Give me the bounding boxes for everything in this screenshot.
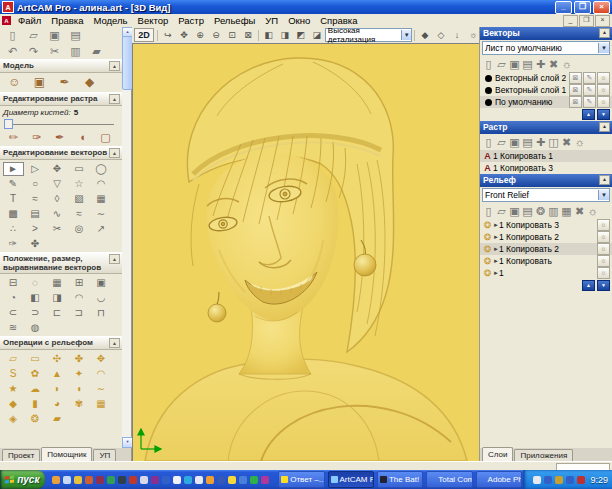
collapse-icon[interactable]: ▲ (599, 122, 610, 132)
file-tool-icon[interactable]: ▯ (3, 28, 22, 42)
vector-tool-icon[interactable]: ◠ (91, 177, 112, 191)
zoom-tool-icon[interactable]: ⊡ (225, 29, 239, 41)
visibility-bulb-icon[interactable]: ☼ (597, 84, 610, 96)
layer-color-swatch[interactable] (485, 99, 492, 106)
light-tool-icon[interactable]: ↓ (450, 29, 464, 41)
align-tool-icon[interactable]: ⊂ (3, 306, 24, 320)
relief-tool-icon[interactable]: ▭ (25, 352, 46, 366)
menu-reliefs[interactable]: Рельефы (209, 15, 260, 26)
raster-layer-tool-icon[interactable]: ▯ (482, 135, 495, 149)
vector-layer-tool-icon[interactable]: ✚ (534, 57, 547, 71)
collapse-icon[interactable]: ▲ (109, 254, 120, 264)
relief-tool-icon[interactable]: ◆ (3, 397, 24, 411)
relief-tool-icon[interactable]: ▦ (91, 397, 112, 411)
vector-tool-icon[interactable]: ✥ (47, 162, 68, 176)
align-tool-icon[interactable]: ⊐ (69, 306, 90, 320)
relief-layer-tool-icon[interactable]: ▤ (521, 204, 534, 218)
vector-tool-icon[interactable]: ∿ (47, 207, 68, 221)
collapse-icon[interactable]: ▲ (599, 28, 610, 38)
zoom-tool-icon[interactable]: ✥ (177, 29, 191, 41)
vector-tool-icon[interactable]: ◯ (91, 162, 112, 176)
quick-launch-icon[interactable] (52, 476, 60, 484)
align-tool-icon[interactable]: ◠ (69, 291, 90, 305)
relief-tool-icon[interactable]: ✦ (69, 367, 90, 381)
vector-tool-icon[interactable]: ▩ (3, 207, 24, 221)
start-button[interactable]: пуск (0, 470, 45, 489)
iso-view-icon[interactable]: ◩ (294, 29, 308, 41)
relief-layer-tool-icon[interactable]: ❂ (534, 204, 547, 218)
relief-layer-tool-icon[interactable]: ▣ (508, 204, 521, 218)
taskbar-button-artcam[interactable]: ArtCAM P... (328, 471, 374, 488)
vector-tool-icon[interactable]: ▤ (25, 207, 46, 221)
relief-tool-icon[interactable]: ◖ (69, 382, 90, 396)
vector-tool-icon[interactable]: ◎ (69, 222, 90, 236)
vector-layer-row[interactable]: По умолчанию ⊠ ✎ ☼ (480, 96, 612, 108)
collapse-icon[interactable]: ▲ (109, 338, 120, 348)
menu-help[interactable]: Справка (315, 15, 362, 26)
vector-layer-row[interactable]: Векторный слой 2 ⊠ ✎ ☼ (480, 72, 612, 84)
zoom-tool-icon[interactable]: ⊕ (193, 29, 207, 41)
zoom-tool-icon[interactable]: ⊠ (241, 29, 255, 41)
menu-edit[interactable]: Правка (46, 15, 88, 26)
title-bar[interactable]: A ArtCAM Pro - алина.art - [3D Вид] _ ❐ … (0, 0, 612, 14)
tray-icon[interactable] (577, 476, 585, 484)
relief-tool-icon[interactable]: ✾ (69, 397, 90, 411)
detail-level-dropdown[interactable]: Высокая детализация ▼ (325, 28, 412, 42)
lock-icon[interactable]: ⊠ (569, 84, 582, 96)
tray-icon[interactable] (544, 476, 552, 484)
taskbar-button-thebat[interactable]: The Bat! (377, 471, 423, 488)
menu-window[interactable]: Окно (283, 15, 315, 26)
relief-tool-icon[interactable]: ◠ (91, 367, 112, 381)
vector-tool-icon[interactable]: ✎ (3, 177, 24, 191)
vector-tool-icon[interactable]: ✑ (3, 237, 24, 251)
paint-tool-icon[interactable]: ✑ (26, 130, 48, 145)
align-tool-icon[interactable]: ◡ (91, 291, 112, 305)
tab-layers[interactable]: Слои (482, 447, 513, 462)
vector-tool-icon[interactable]: ○ (25, 177, 46, 191)
vector-tool-icon[interactable]: ► (3, 162, 24, 176)
align-tool-icon[interactable]: ◔ (3, 291, 24, 305)
section-header-vector-edit[interactable]: Редактирование векторов ▲ (0, 146, 122, 160)
vector-layer-tool-icon[interactable]: ▣ (508, 57, 521, 71)
tray-icon[interactable] (533, 476, 541, 484)
zoom-tool-icon[interactable]: ↪ (161, 29, 175, 41)
relief-tool-icon[interactable]: ✿ (25, 367, 46, 381)
mdi-minimize-button[interactable]: _ (563, 15, 578, 27)
quick-launch-icon[interactable] (173, 476, 181, 484)
vector-layer-tool-icon[interactable]: ▯ (482, 57, 495, 71)
file-tool-icon[interactable]: ▣ (45, 28, 64, 42)
mdi-close-button[interactable]: × (595, 15, 610, 27)
relief-tool-icon[interactable]: ★ (3, 382, 24, 396)
assistant-scrollbar[interactable]: ▲ ▼ (122, 27, 131, 448)
relief-tool-icon[interactable]: ❂ (25, 412, 46, 426)
relief-layer-tool-icon[interactable]: ▱ (495, 204, 508, 218)
vector-tool-icon[interactable]: ◊ (47, 192, 68, 206)
quick-launch-icon[interactable] (195, 476, 203, 484)
relief-tool-icon[interactable]: ▲ (47, 367, 68, 381)
taskbar-button-totalcmd[interactable]: Total Com... (426, 471, 472, 488)
quick-launch-icon[interactable] (206, 476, 214, 484)
chevron-down-icon[interactable]: ▼ (598, 190, 609, 200)
edit-icon[interactable]: ✎ (583, 84, 596, 96)
iso-view-icon[interactable]: ◧ (262, 29, 276, 41)
align-tool-icon[interactable]: ⊟ (3, 276, 24, 290)
align-tool-icon[interactable]: ⊓ (91, 306, 112, 320)
align-tool-icon[interactable]: ◍ (25, 321, 46, 335)
move-up-icon[interactable]: ▲ (582, 109, 595, 120)
vector-tool-icon[interactable]: ∴ (3, 222, 24, 236)
quick-launch-icon[interactable] (250, 476, 258, 484)
relief-layer-tool-icon[interactable]: ✖ (573, 204, 586, 218)
visibility-bulb-icon[interactable]: ☼ (597, 219, 610, 231)
model-tool-icon[interactable]: ▣ (28, 75, 52, 91)
vector-layer-tool-icon[interactable]: ☼ (560, 57, 573, 71)
paint-tool-icon[interactable]: ◖ (72, 130, 94, 145)
document-icon[interactable]: A (2, 16, 11, 25)
align-tool-icon[interactable]: ◧ (25, 291, 46, 305)
section-header-relief-ops[interactable]: Операции с рельефом ▲ (0, 336, 122, 350)
vector-tool-icon[interactable]: ↗ (91, 222, 112, 236)
model-tool-icon[interactable]: ☺ (3, 75, 27, 91)
collapse-icon[interactable]: ▲ (109, 148, 120, 158)
iso-view-icon[interactable]: ◨ (278, 29, 292, 41)
visibility-bulb-icon[interactable]: ☼ (597, 267, 610, 279)
quick-launch-icon[interactable] (140, 476, 148, 484)
